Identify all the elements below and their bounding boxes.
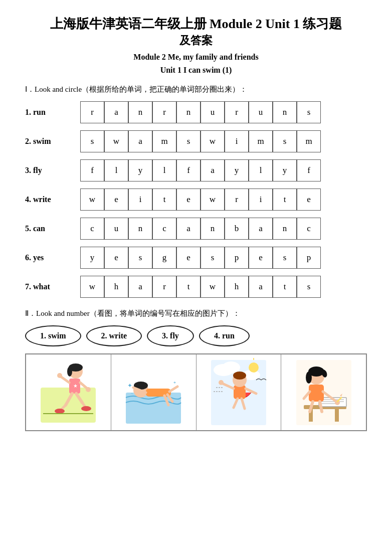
letter-cell: u <box>201 101 225 123</box>
svg-rect-34 <box>234 385 246 399</box>
letter-cell: w <box>201 276 225 298</box>
letter-cell: u <box>249 101 273 123</box>
letter-cell: p <box>297 247 321 269</box>
letter-cell: f <box>297 159 321 181</box>
letter-cell: s <box>176 130 201 152</box>
letter-cell: s <box>80 130 104 152</box>
oval-item: 4. run <box>199 325 250 346</box>
letter-cell: s <box>297 276 321 298</box>
letter-cell: s <box>273 130 297 152</box>
letter-cell: t <box>152 189 176 211</box>
letter-cell: a <box>104 101 128 123</box>
main-title: 上海版牛津英语二年级上册 Module 2 Unit 1 练习题 <box>25 15 367 33</box>
svg-point-15 <box>81 406 91 411</box>
svg-point-30 <box>222 361 240 374</box>
letter-cell: n <box>273 101 297 123</box>
svg-rect-17 <box>126 393 181 424</box>
letter-cell: r <box>152 101 176 123</box>
letter-cell: c <box>80 218 104 240</box>
letter-cell: w <box>201 130 225 152</box>
svg-point-36 <box>233 372 246 380</box>
word-row: 6. yesyesgespesp <box>25 247 367 269</box>
letter-cell: h <box>225 276 249 298</box>
letter-cell: w <box>104 130 128 152</box>
letter-cell: c <box>297 218 321 240</box>
letter-cell: n <box>176 101 201 123</box>
letter-cell: y <box>225 159 249 181</box>
svg-line-6 <box>61 377 69 383</box>
word-label: 4. write <box>25 195 80 204</box>
letter-cell: y <box>273 159 297 181</box>
word-label: 1. run <box>25 108 80 117</box>
letter-cell: l <box>104 159 128 181</box>
unit-title: Unit 1 I can swim (1) <box>25 66 367 75</box>
letter-cell: a <box>249 276 273 298</box>
letter-cell: p <box>225 247 249 269</box>
letter-cell: u <box>104 218 128 240</box>
svg-rect-47 <box>335 409 339 422</box>
letter-grid: whartwhats <box>80 276 321 298</box>
letter-cell: s <box>201 247 225 269</box>
word-rows-container: 1. runranrnuruns2. swimswamswimsm3. flyf… <box>25 101 367 298</box>
word-label: 6. yes <box>25 253 80 262</box>
svg-text:★: ★ <box>73 383 78 389</box>
letter-grid: cuncanbanc <box>80 218 321 240</box>
letter-cell: w <box>80 276 104 298</box>
letter-cell: e <box>104 247 128 269</box>
letter-cell: n <box>128 218 152 240</box>
svg-text:~: ~ <box>131 392 133 396</box>
word-row: 7. whatwhartwhats <box>25 276 367 298</box>
svg-rect-0 <box>41 388 96 423</box>
letter-cell: g <box>152 247 176 269</box>
word-row: 3. flyflylfaylyf <box>25 159 367 181</box>
letter-cell: h <box>104 276 128 298</box>
word-label: 5. can <box>25 224 80 233</box>
sub-title: 及答案 <box>25 33 367 49</box>
letter-grid: yesgespesp <box>80 247 321 269</box>
letter-cell: s <box>297 101 321 123</box>
svg-point-54 <box>306 372 312 384</box>
oval-item: 1. swim <box>25 325 81 346</box>
letter-cell: b <box>225 218 249 240</box>
letter-cell: f <box>80 159 104 181</box>
letter-cell: y <box>128 159 152 181</box>
letter-cell: n <box>201 218 225 240</box>
letter-cell: y <box>80 247 104 269</box>
letter-cell: r <box>225 189 249 211</box>
letter-cell: s <box>273 247 297 269</box>
letter-cell: t <box>176 276 201 298</box>
letter-cell: r <box>152 276 176 298</box>
oval-row: 1. swim2. write3. fly4. run <box>25 325 367 346</box>
letter-cell: t <box>273 276 297 298</box>
letter-cell: l <box>249 159 273 181</box>
oval-item: 2. write <box>86 325 142 346</box>
letter-cell: a <box>176 218 201 240</box>
image-cell-3 <box>197 354 282 430</box>
letter-cell: m <box>152 130 176 152</box>
letter-cell: r <box>80 101 104 123</box>
section2-header: Ⅱ．Look and number（看图，将单词的编号写在相应的图片下）： <box>25 309 367 318</box>
word-row: 2. swimswamswimsm <box>25 130 367 152</box>
svg-rect-56 <box>309 385 324 402</box>
image-cell-4 <box>281 354 366 430</box>
letter-cell: a <box>128 130 152 152</box>
svg-point-7 <box>57 373 62 378</box>
letter-cell: e <box>249 247 273 269</box>
oval-item: 3. fly <box>147 325 194 346</box>
letter-grid: weitewrite <box>80 189 321 211</box>
letter-cell: s <box>128 247 152 269</box>
letter-cell: w <box>201 189 225 211</box>
letter-grid: ranrnuruns <box>80 101 321 123</box>
letter-cell: e <box>297 189 321 211</box>
module-title: Module 2 Me, my family and friends <box>25 53 367 62</box>
letter-cell: f <box>176 159 201 181</box>
letter-cell: i <box>128 189 152 211</box>
letter-cell: m <box>297 130 321 152</box>
letter-cell: n <box>128 101 152 123</box>
letter-cell: m <box>249 130 273 152</box>
image-cell-1: ★ <box>26 354 111 430</box>
word-label: 2. swim <box>25 137 80 146</box>
word-row: 1. runranrnuruns <box>25 101 367 123</box>
word-row: 4. writeweitewrite <box>25 189 367 211</box>
word-row: 5. cancuncanbanc <box>25 218 367 240</box>
